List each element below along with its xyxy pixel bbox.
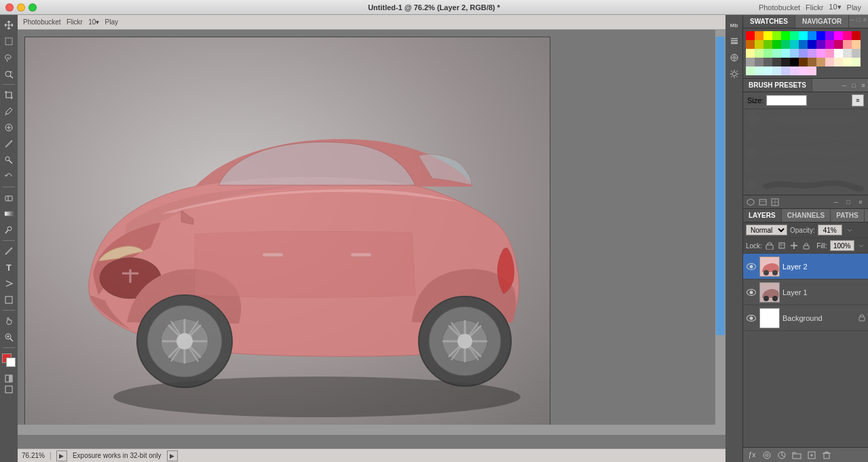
layer-item[interactable]: Layer 1 bbox=[743, 280, 868, 305]
swatch[interactable] bbox=[781, 31, 790, 40]
swatch[interactable] bbox=[772, 40, 781, 49]
quick-select-tool[interactable] bbox=[1, 66, 16, 81]
swatch[interactable] bbox=[799, 58, 808, 66]
swatch[interactable] bbox=[852, 31, 861, 40]
color-palette-icon[interactable] bbox=[727, 50, 742, 65]
mb-icon[interactable]: Mb bbox=[727, 18, 742, 33]
swatch[interactable] bbox=[808, 49, 816, 58]
settings-icon[interactable] bbox=[727, 66, 742, 81]
flickr-link[interactable]: Flickr bbox=[806, 3, 823, 12]
swatch[interactable] bbox=[755, 49, 763, 58]
tab-brush-presets[interactable]: BRUSH PRESETS bbox=[743, 79, 812, 92]
lock-position-btn[interactable] bbox=[789, 240, 799, 251]
swatch[interactable] bbox=[843, 49, 852, 58]
marquee-tool[interactable] bbox=[1, 34, 16, 49]
layer-visibility-btn[interactable] bbox=[746, 287, 757, 298]
brush-panel-menu[interactable]: ≡ bbox=[858, 81, 868, 90]
color-swatches[interactable] bbox=[2, 353, 16, 367]
layer-new-btn[interactable] bbox=[806, 449, 818, 461]
car-image[interactable] bbox=[25, 37, 550, 426]
swatch[interactable] bbox=[746, 31, 755, 40]
brush-item[interactable] bbox=[746, 112, 865, 127]
swatch[interactable] bbox=[816, 40, 825, 49]
swatch[interactable] bbox=[781, 58, 790, 66]
swatch[interactable] bbox=[790, 40, 799, 49]
layer-delete-btn[interactable] bbox=[820, 449, 833, 461]
swatch[interactable] bbox=[799, 40, 808, 49]
screen-mode-btn[interactable] bbox=[4, 385, 14, 394]
brush-item[interactable] bbox=[746, 162, 865, 176]
swatch[interactable] bbox=[755, 66, 763, 75]
history-brush-tool[interactable] bbox=[1, 169, 16, 184]
swatch[interactable] bbox=[808, 66, 816, 75]
eyedropper-tool[interactable] bbox=[1, 104, 16, 119]
swatch[interactable] bbox=[790, 58, 799, 66]
layer-visibility-btn[interactable] bbox=[746, 313, 757, 324]
layer-adjust-btn[interactable] bbox=[776, 449, 788, 461]
dodge-tool[interactable] bbox=[1, 223, 16, 237]
clone-stamp-tool[interactable] bbox=[1, 153, 16, 168]
swatch[interactable] bbox=[746, 49, 755, 58]
opacity-arrow[interactable] bbox=[845, 225, 854, 235]
maximize-button[interactable] bbox=[29, 3, 37, 12]
layers-panel-shrink[interactable]: ─ bbox=[831, 197, 841, 207]
panel-menu-btn[interactable]: ≡ bbox=[862, 15, 868, 24]
swatch[interactable] bbox=[781, 40, 790, 49]
opacity-input[interactable] bbox=[818, 225, 842, 235]
swatch[interactable] bbox=[746, 66, 755, 75]
swatch[interactable] bbox=[825, 58, 834, 66]
swatch[interactable] bbox=[852, 49, 861, 58]
lock-transparent-btn[interactable] bbox=[765, 240, 774, 251]
swatch[interactable] bbox=[843, 31, 852, 40]
swatch[interactable] bbox=[763, 49, 772, 58]
fill-input[interactable] bbox=[830, 240, 854, 251]
play-button[interactable]: Play bbox=[847, 3, 861, 12]
swatch[interactable] bbox=[763, 58, 772, 66]
pen-tool[interactable] bbox=[1, 244, 16, 258]
brush-options-btn[interactable]: ≡ bbox=[852, 94, 864, 107]
swatch[interactable] bbox=[746, 40, 755, 49]
layer-mask-btn[interactable] bbox=[761, 449, 773, 461]
canvas-document[interactable] bbox=[24, 37, 550, 427]
brush-item[interactable] bbox=[746, 146, 865, 159]
swatch[interactable] bbox=[834, 49, 843, 58]
layer-item[interactable]: Background bbox=[743, 305, 868, 331]
swatch[interactable] bbox=[755, 31, 763, 40]
swatch[interactable] bbox=[825, 31, 834, 40]
swatch[interactable] bbox=[808, 40, 816, 49]
swatch[interactable] bbox=[799, 66, 808, 75]
layers-panel-expand[interactable]: □ bbox=[844, 197, 853, 207]
quick-mask-btn[interactable] bbox=[4, 374, 14, 383]
brush-item[interactable] bbox=[746, 130, 865, 143]
canvas-container[interactable] bbox=[18, 30, 725, 448]
tab-layers[interactable]: LAYERS bbox=[743, 209, 782, 222]
swatch[interactable] bbox=[790, 31, 799, 40]
hand-tool[interactable] bbox=[1, 313, 16, 328]
swatch[interactable] bbox=[781, 66, 790, 75]
swatch[interactable] bbox=[772, 49, 781, 58]
panel-strip-icon1[interactable] bbox=[746, 197, 755, 207]
panel-strip-icon3[interactable] bbox=[770, 197, 780, 207]
blend-mode-select[interactable]: Normal Multiply Screen Overlay bbox=[746, 225, 787, 235]
brush-size-input[interactable] bbox=[766, 95, 807, 106]
status-arrow[interactable]: ▶ bbox=[167, 450, 178, 461]
layer-item[interactable]: Layer 2 bbox=[743, 254, 868, 280]
layer-group-btn[interactable] bbox=[791, 449, 803, 461]
swatch[interactable] bbox=[772, 31, 781, 40]
swatch[interactable] bbox=[834, 40, 843, 49]
brush-item[interactable] bbox=[746, 178, 865, 192]
swatch[interactable] bbox=[816, 49, 825, 58]
swatch[interactable] bbox=[825, 40, 834, 49]
vertical-scrollbar[interactable] bbox=[715, 30, 725, 435]
swatch[interactable] bbox=[755, 58, 763, 66]
layers-icon[interactable] bbox=[727, 34, 742, 49]
brush-panel-shrink[interactable]: ─ bbox=[839, 81, 849, 90]
swatch[interactable] bbox=[790, 49, 799, 58]
swatch[interactable] bbox=[763, 66, 772, 75]
swatch[interactable] bbox=[790, 66, 799, 75]
swatch[interactable] bbox=[799, 31, 808, 40]
zoom-tool[interactable] bbox=[1, 330, 16, 345]
gradient-tool[interactable] bbox=[1, 206, 16, 221]
tab-paths[interactable]: PATHS bbox=[831, 209, 864, 222]
minimize-button[interactable] bbox=[17, 3, 25, 12]
